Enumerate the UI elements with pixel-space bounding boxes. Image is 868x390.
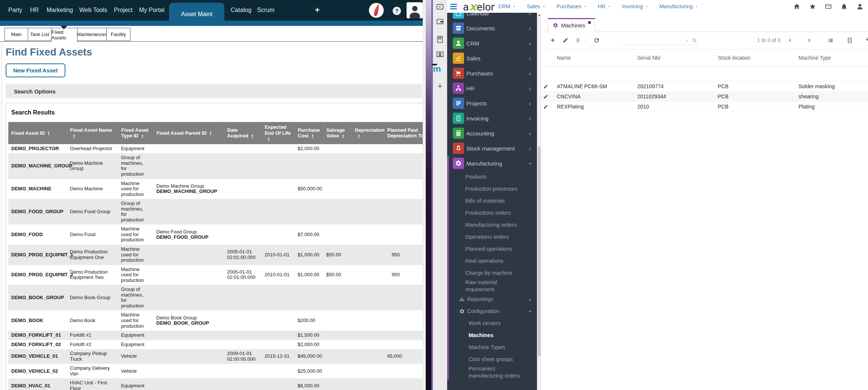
- next-page-icon[interactable]: [806, 37, 812, 44]
- sidebar-item-cost-sheet-groups[interactable]: Cost sheet groups: [449, 353, 537, 365]
- machine-row[interactable]: REXPlating2010PCBPlating: [541, 102, 868, 112]
- moodle-icon[interactable]: m: [433, 65, 447, 73]
- tab-machines[interactable]: Machines ✖: [548, 18, 595, 32]
- grid-column-header[interactable]: Machine Type: [797, 50, 868, 66]
- sidebar-item-work-centers[interactable]: Work centers: [449, 317, 537, 329]
- app-tab-main[interactable]: Main: [5, 28, 28, 41]
- search-caret-icon[interactable]: [685, 39, 689, 43]
- column-header[interactable]: Date Acquired▲▼: [224, 122, 262, 144]
- fixed-asset-row[interactable]: DEMO_HVAC_01HVAC Unit - First FloorEquip…: [8, 378, 423, 390]
- sidebar-item-purchases[interactable]: Purchases‹: [447, 66, 537, 81]
- machine-row[interactable]: CNCVINA2011029344PCBshearing: [541, 92, 868, 102]
- column-header[interactable]: Fixed Asset Type ID▲▼: [118, 122, 153, 144]
- open-book-icon[interactable]: [436, 50, 444, 59]
- new-tab-plus-icon[interactable]: +: [438, 81, 443, 91]
- avatar[interactable]: [407, 2, 423, 18]
- nav-item-project[interactable]: Project: [114, 7, 133, 14]
- bell-icon[interactable]: [841, 3, 848, 10]
- sidebar-item-accounting[interactable]: Accounting‹: [447, 126, 537, 141]
- mail-icon[interactable]: [825, 3, 832, 10]
- column-header[interactable]: Expected End Of Life▲▼: [262, 122, 295, 144]
- axelor-logo[interactable]: axelor: [463, 0, 494, 13]
- nav-item-scrum[interactable]: Scrum: [257, 7, 274, 14]
- scroll-up-arrow-icon[interactable]: ▲: [537, 14, 541, 17]
- fixed-asset-row[interactable]: DEMO_PROD_EQUIPMT_2Demo Production Equip…: [8, 265, 423, 285]
- prev-page-icon[interactable]: [787, 37, 793, 44]
- close-tab-icon[interactable]: ✖: [588, 20, 591, 25]
- fixed-asset-row[interactable]: DEMO_FORKLIFT_01Forklift #1Equipment$1,5…: [8, 331, 423, 340]
- nav-item-party[interactable]: Party: [8, 7, 22, 14]
- grid-column-header[interactable]: Name: [555, 50, 635, 66]
- edit-record-button[interactable]: [563, 37, 569, 43]
- scrollbar-thumb[interactable]: [538, 146, 541, 357]
- delete-record-button[interactable]: [575, 37, 581, 43]
- sidebar-scrollbar[interactable]: ▲: [537, 13, 541, 390]
- app-tab-fixed-assets[interactable]: Fixed Assets: [51, 28, 77, 42]
- fixed-asset-row[interactable]: DEMO_MACHINE_GROUPDemo Machine GroupGrou…: [8, 153, 423, 179]
- nav-item-web-tools[interactable]: Web Tools: [79, 7, 107, 14]
- nav-item-hr[interactable]: HR: [30, 7, 39, 14]
- list-view-icon[interactable]: [827, 37, 834, 44]
- sidebar-item-machines[interactable]: Machines: [449, 329, 537, 341]
- fixed-asset-row[interactable]: DEMO_VEHICLE_02Company Delivery VanVehic…: [8, 364, 423, 378]
- column-header[interactable]: Fixed Asset Name▲▼: [67, 122, 118, 144]
- sidebar-item-sales[interactable]: Sales‹: [447, 51, 537, 66]
- sidebar-item-operations-orders[interactable]: Operations orders: [449, 231, 537, 243]
- refresh-button[interactable]: [593, 37, 600, 44]
- sidebar-item-manufacturing[interactable]: Manufacturing‹: [449, 156, 537, 171]
- sidebar-item-reportings[interactable]: Reportings‹: [449, 293, 537, 305]
- video-display-icon[interactable]: [436, 3, 444, 11]
- sidebar-item-manufacturing-orders[interactable]: Manufacturing orders: [449, 219, 537, 231]
- menu-sales[interactable]: Sales: [527, 3, 546, 9]
- column-header[interactable]: Depreciation▲▼: [352, 122, 384, 144]
- column-header[interactable]: Purchase Cost▲▼: [295, 122, 323, 144]
- fixed-asset-row[interactable]: DEMO_FORKLIFT_02Forklift #2Equipment$2,0…: [8, 340, 423, 349]
- search-options-bar[interactable]: Search Options: [6, 84, 422, 98]
- fixed-asset-row[interactable]: DEMO_PROD_EQUIPMT_1Demo Production Equip…: [8, 245, 423, 265]
- nav-item-my-portal[interactable]: My Portal: [139, 7, 165, 14]
- fixed-asset-row[interactable]: DEMO_MACHINEDemo MachineMachine used for…: [8, 179, 423, 199]
- fixed-asset-row[interactable]: DEMO_BOOKDemo BookMachine used for produ…: [8, 310, 423, 331]
- grid-column-header[interactable]: Serial Nbr: [635, 50, 716, 66]
- nav-item-catalog[interactable]: Catalog: [231, 7, 251, 14]
- add-record-button[interactable]: [549, 37, 556, 44]
- fixed-asset-row[interactable]: DEMO_BOOK_GROUPDemo Book GroupGroup of m…: [8, 285, 423, 310]
- sidebar-item-stock-management[interactable]: Stock management‹: [447, 141, 537, 156]
- sidebar-item-calendar[interactable]: Calendar‹: [447, 13, 537, 21]
- menu-crm[interactable]: CRM: [498, 3, 516, 9]
- fixed-asset-row[interactable]: DEMO_VEHICLE_01Company Pickup TruckVehic…: [8, 349, 423, 364]
- grid-column-header[interactable]: Stock location: [716, 50, 797, 66]
- sidebar-item-planned-operations[interactable]: Planned operations: [449, 243, 537, 255]
- sidebar-item-configuration[interactable]: Configuration‹: [449, 305, 537, 317]
- edit-row-icon[interactable]: [541, 102, 555, 112]
- sidebar-item-documents[interactable]: Documents‹: [447, 21, 537, 36]
- form-view-icon[interactable]: [847, 37, 853, 44]
- sidebar-item-crm[interactable]: CRM‹: [447, 36, 537, 51]
- menu-invoicing[interactable]: Invoicing: [622, 3, 649, 9]
- help-button[interactable]: ?: [393, 7, 401, 15]
- app-tab-facility[interactable]: Facility: [106, 28, 130, 41]
- wallet-icon[interactable]: [436, 17, 444, 26]
- menu-hr[interactable]: HR: [598, 3, 611, 9]
- app-tab-task-list[interactable]: Task List: [28, 28, 51, 41]
- sidebar-item-hr[interactable]: HR‹: [447, 81, 537, 96]
- sidebar-item-products[interactable]: Products: [449, 171, 537, 183]
- edit-row-icon[interactable]: [541, 92, 555, 102]
- grid-empty-row[interactable]: [541, 66, 868, 81]
- sidebar-item-charge-by-machine[interactable]: Charge by machine: [449, 267, 537, 279]
- hamburger-menu-icon[interactable]: [450, 4, 457, 9]
- column-header[interactable]: Salvage Value▲▼: [323, 122, 352, 144]
- fixed-asset-row[interactable]: DEMO_PROJECTOROverhead ProjectorEquipmen…: [8, 144, 423, 154]
- column-header[interactable]: Fixed Asset Parent ID▲▼: [153, 122, 224, 144]
- edit-row-icon[interactable]: [541, 81, 555, 92]
- machine-row[interactable]: ATMALINE PC68-SM202109774PCBSolder maski…: [541, 81, 868, 92]
- home-icon[interactable]: [793, 3, 800, 10]
- new-fixed-asset-button[interactable]: New Fixed Asset: [6, 63, 65, 77]
- nav-add-button[interactable]: +: [315, 5, 320, 15]
- app-tab-maintenances[interactable]: Maintenances: [77, 28, 107, 41]
- sidebar-item-productions-orders[interactable]: Productions orders: [449, 207, 537, 219]
- sidebar-item-permanent-manufacturing-orders[interactable]: Permanent manufacturing orders: [449, 365, 537, 379]
- sidebar-item-production-processes[interactable]: Production processes: [449, 183, 537, 195]
- fixed-asset-row[interactable]: DEMO_FOODDemo FoodMachine used for produ…: [8, 224, 423, 245]
- saved-book-icon[interactable]: [436, 35, 444, 44]
